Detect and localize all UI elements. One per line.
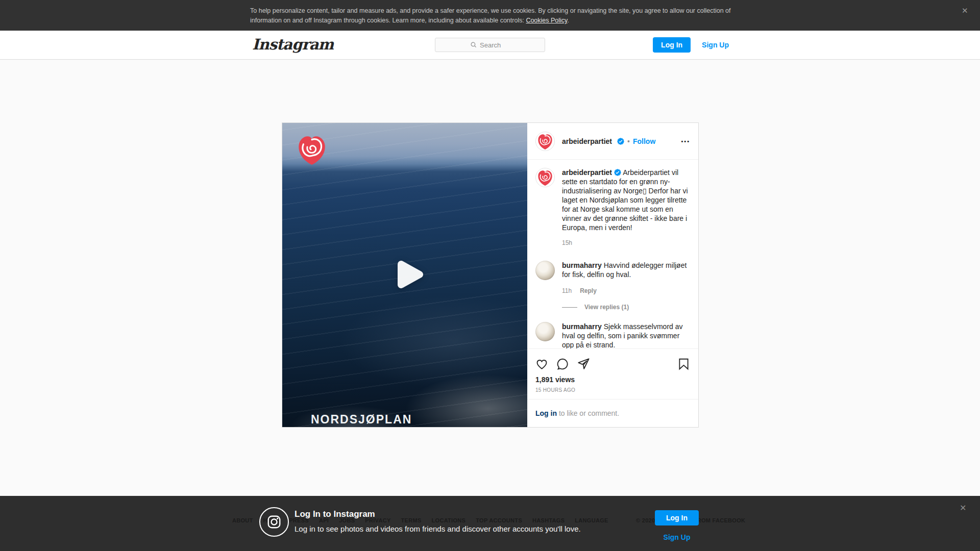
heart-icon[interactable]	[535, 358, 548, 370]
banner-signup-link[interactable]: Sign Up	[664, 533, 691, 541]
footer-link-language[interactable]: LANGUAGE	[575, 517, 608, 523]
avatar[interactable]	[535, 168, 555, 187]
follow-button[interactable]: Follow	[633, 137, 655, 145]
banner-subtitle: Log in to see photos and videos from fri…	[295, 524, 581, 533]
cookie-banner-text: To help personalize content, tailor and …	[250, 6, 738, 26]
post-header: arbeiderpartiet • Follow •••	[527, 123, 698, 160]
caption-body: arbeiderpartiet Arbeiderpartiet vil sett…	[562, 168, 691, 232]
video-overlay-title: NORDSJØPLAN	[311, 413, 412, 427]
caption-username-link[interactable]: arbeiderpartiet	[562, 168, 612, 177]
replies-divider-line	[562, 307, 577, 308]
play-icon[interactable]	[384, 252, 430, 297]
footer-link-terms[interactable]: TERMS	[401, 517, 422, 523]
comment: burmaharry Havvind ødelegger miljøet for…	[527, 261, 698, 294]
footer-link-about[interactable]: ABOUT	[232, 517, 253, 523]
avatar[interactable]	[535, 322, 555, 341]
cookie-banner: To help personalize content, tailor and …	[0, 0, 980, 31]
separator-dot: •	[627, 137, 630, 145]
labour-party-rose-icon	[536, 133, 554, 150]
avatar[interactable]	[535, 132, 555, 151]
comment-username-link[interactable]: burmaharry	[562, 261, 602, 269]
footer-link-locations[interactable]: LOCATIONS	[432, 517, 466, 523]
login-prompt-link[interactable]: Log in	[535, 409, 557, 417]
reply-button[interactable]: Reply	[580, 287, 597, 294]
post-timestamp: 15 HOURS AGO	[535, 387, 690, 393]
footer-link-top-accounts[interactable]: TOP ACCOUNTS	[476, 517, 522, 523]
comments-scroll-area[interactable]: arbeiderpartiet Arbeiderpartiet vil sett…	[527, 160, 698, 348]
search-box[interactable]	[435, 38, 545, 52]
comment-icon[interactable]	[556, 358, 569, 370]
view-replies-label[interactable]: View replies (1)	[584, 304, 629, 311]
banner-login-button[interactable]: Log In	[655, 510, 699, 525]
comment-body: burmaharry Havvind ødelegger miljøet for…	[562, 261, 691, 279]
cookie-text: To help personalize content, tailor and …	[250, 7, 731, 24]
footer-link-hashtags[interactable]: HASHTAGS	[532, 517, 565, 523]
post-username-link[interactable]: arbeiderpartiet	[562, 137, 612, 145]
more-options-icon[interactable]: •••	[681, 138, 690, 144]
instagram-camera-icon	[259, 507, 289, 537]
caption-timestamp: 15h	[562, 239, 691, 246]
labour-party-rose-icon	[536, 169, 554, 186]
comment-username-link[interactable]: burmaharry	[562, 322, 602, 331]
cookies-policy-link[interactable]: Cookies Policy	[526, 17, 567, 24]
comment-body: burmaharry Sjekk masseselvmord av hval o…	[562, 322, 691, 348]
labour-party-rose-icon	[296, 133, 328, 166]
view-replies-button[interactable]: View replies (1)	[527, 304, 698, 311]
login-button[interactable]: Log In	[653, 37, 691, 53]
caption-block: arbeiderpartiet Arbeiderpartiet vil sett…	[527, 168, 698, 246]
verified-badge-icon	[614, 169, 621, 176]
cookie-text-suffix: .	[567, 17, 569, 24]
close-icon[interactable]: ✕	[960, 504, 966, 512]
caption-text: Arbeiderpartiet vil sette en startdato f…	[562, 168, 688, 232]
share-icon[interactable]	[577, 358, 590, 370]
avatar[interactable]	[535, 261, 555, 280]
comment-timestamp: 11h	[562, 287, 572, 294]
search-icon	[471, 42, 477, 48]
banner-title: Log In to Instagram	[295, 509, 375, 519]
video-player[interactable]: NORDSJØPLAN	[282, 123, 527, 427]
comment: burmaharry Sjekk masseselvmord av hval o…	[527, 322, 698, 348]
login-prompt-text: to like or comment.	[557, 409, 619, 417]
post-card: NORDSJØPLAN arbeiderpartiet • Follow •••	[282, 122, 699, 428]
login-prompt: Log in to like or comment.	[527, 399, 698, 427]
instagram-wordmark-logo[interactable]: Instagram	[252, 36, 333, 53]
close-icon[interactable]: ✕	[962, 7, 968, 14]
footer-login-banner: ABOUT HELP PRESS API JOBS PRIVACY TERMS …	[0, 496, 980, 551]
signup-link[interactable]: Sign Up	[702, 41, 729, 49]
top-navigation-bar: Instagram Log In Sign Up	[0, 31, 980, 60]
verified-badge-icon	[617, 138, 624, 145]
views-count: 1,891 views	[535, 375, 690, 384]
search-input[interactable]	[480, 41, 509, 49]
bookmark-icon[interactable]	[677, 358, 690, 370]
post-info-panel: arbeiderpartiet • Follow •••	[527, 123, 698, 427]
post-action-bar: 1,891 views 15 HOURS AGO	[527, 348, 698, 398]
